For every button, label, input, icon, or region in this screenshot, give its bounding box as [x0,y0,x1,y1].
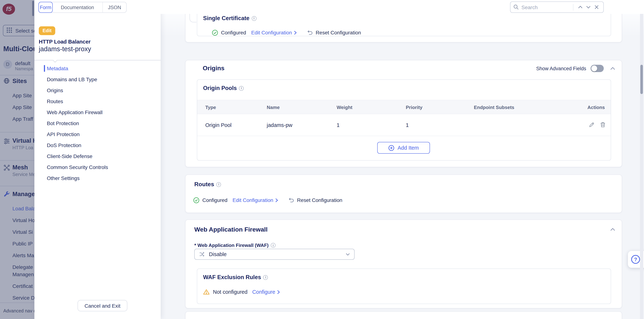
routes-card: Routes i Configured Edit Configuration R… [185,174,622,213]
delete-row-trash-icon[interactable] [600,122,606,129]
edit-panel: Edit HTTP Load Balancer jadams-test-prox… [34,0,161,319]
form-mode-tabs: Form Documentation JSON [38,2,126,13]
info-icon[interactable]: i [216,182,221,187]
add-item-label: Add Item [398,145,419,151]
col-type: Type [205,105,216,110]
close-search-icon[interactable] [592,3,600,11]
find-next-icon[interactable] [584,3,592,11]
col-actions: Actions [588,105,605,110]
plus-circle-icon [388,145,395,151]
cell-type: Origin Pool [205,122,232,128]
origin-pools-table-header: Type Name Weight Priority Endpoint Subse… [197,100,611,114]
search-icon [513,4,519,10]
waf-field-label: * Web Application Firewall (WAF) [194,242,268,248]
show-advanced-fields-label: Show Advanced Fields [536,66,586,71]
certificate-reset-configuration[interactable]: Reset Configuration [316,30,361,36]
panel-nav-origins[interactable]: Origins [34,85,161,96]
routes-reset-configuration[interactable]: Reset Configuration [297,197,342,203]
waf-exclusion-status: Not configured [213,289,248,295]
reset-icon [307,30,313,35]
certificate-edit-configuration-link[interactable]: Edit Configuration [251,30,292,36]
sidebar-dim-overlay [0,0,34,319]
panel-nav-client-side-defense[interactable]: Client-Side Defense [34,151,161,162]
origin-pools-card: Origin Pools i Type Name Weight Priority… [197,80,611,160]
cancel-and-exit-button[interactable]: Cancel and Exit [78,300,127,311]
panel-nav-domains-lb-type[interactable]: Domains and LB Type [34,74,161,85]
origin-pools-title: Origin Pools [203,85,237,92]
add-item-button[interactable]: Add Item [377,142,430,154]
edit-row-pencil-icon[interactable] [589,122,594,129]
panel-nav-waf[interactable]: Web Application Firewall [34,107,161,118]
search-bar[interactable]: Search [510,2,604,13]
waf-exclusion-configure-link[interactable]: Configure [252,289,275,295]
origins-card: Origins Show Advanced Fields Origin Pool… [185,60,622,167]
panel-divider-notch [53,58,57,62]
object-name: jadams-test-proxy [39,45,91,53]
object-type-label: HTTP Load Balancer [39,39,90,45]
info-icon[interactable]: i [271,243,276,248]
reset-icon [288,197,294,203]
find-previous-icon[interactable] [576,3,584,11]
configured-check-icon [193,197,200,203]
chevron-right-icon [275,198,278,202]
routes-edit-configuration-link[interactable]: Edit Configuration [232,197,273,203]
panel-nav-api-protection[interactable]: API Protection [34,129,161,140]
routes-status: Configured [202,197,228,203]
waf-select[interactable]: Disable [194,249,354,260]
top-bar: Form Documentation JSON Search [34,0,644,14]
routes-title: Routes [194,181,214,188]
waf-card: Web Application Firewall * Web Applicati… [185,220,622,308]
shuffle-icon [199,252,205,257]
panel-nav-routes[interactable]: Routes [34,96,161,107]
cell-name: jadams-pw [267,122,292,128]
waf-exclusion-rules-title: WAF Exclusion Rules [203,274,261,280]
collapse-section-icon[interactable] [610,228,615,231]
search-separator [573,4,574,10]
col-priority: Priority [406,105,422,110]
certificate-status: Configured [221,30,246,36]
page-scrollbar-thumb[interactable] [640,65,643,94]
single-certificate-title: Single Certificate [203,15,249,22]
tab-json[interactable]: JSON [103,2,126,12]
col-endpoint-subsets: Endpoint Subsets [474,105,514,110]
collapse-section-icon[interactable] [610,67,615,70]
chevron-down-icon [346,253,350,256]
show-advanced-fields-toggle[interactable] [590,65,604,72]
page-scrollbar[interactable] [640,14,643,319]
waf-select-value: Disable [209,251,342,257]
configured-check-icon [212,30,218,36]
panel-nav-common-security-controls[interactable]: Common Security Controls [34,162,161,173]
waf-title: Web Application Firewall [194,226,268,234]
tab-form[interactable]: Form [38,2,53,13]
cell-priority: 1 [406,122,409,128]
panel-nav-dos-protection[interactable]: DoS Protection [34,140,161,151]
panel-section-nav: Metadata Domains and LB Type Origins Rou… [34,63,161,184]
next-section-card [185,311,622,319]
chevron-right-icon [294,30,297,34]
search-placeholder: Search [522,4,570,10]
panel-nav-other-settings[interactable]: Other Settings [34,173,161,184]
app-canvas: f5 Select se Multi-Clou D default Namesp… [0,0,644,319]
help-icon[interactable]: ? [631,255,640,264]
waf-exclusion-rules-card: WAF Exclusion Rules i Not configured Con… [197,268,611,304]
tab-documentation[interactable]: Documentation [52,2,103,12]
info-icon[interactable]: i [239,86,244,90]
sidebar-scrollbar-thumb[interactable] [32,1,34,16]
edit-badge: Edit [39,26,55,35]
cell-weight: 1 [337,122,340,128]
origins-title: Origins [203,65,224,72]
info-icon[interactable]: i [252,16,256,21]
panel-nav-bot-protection[interactable]: Bot Protection [34,118,161,129]
warning-triangle-icon [203,289,210,295]
panel-nav-metadata[interactable]: Metadata [34,63,161,74]
info-icon[interactable]: i [263,275,268,280]
col-name: Name [267,105,280,110]
origin-pool-table-row[interactable]: Origin Pool jadams-pw 1 1 [197,114,611,136]
chevron-right-icon [277,290,280,294]
col-weight: Weight [337,105,352,110]
